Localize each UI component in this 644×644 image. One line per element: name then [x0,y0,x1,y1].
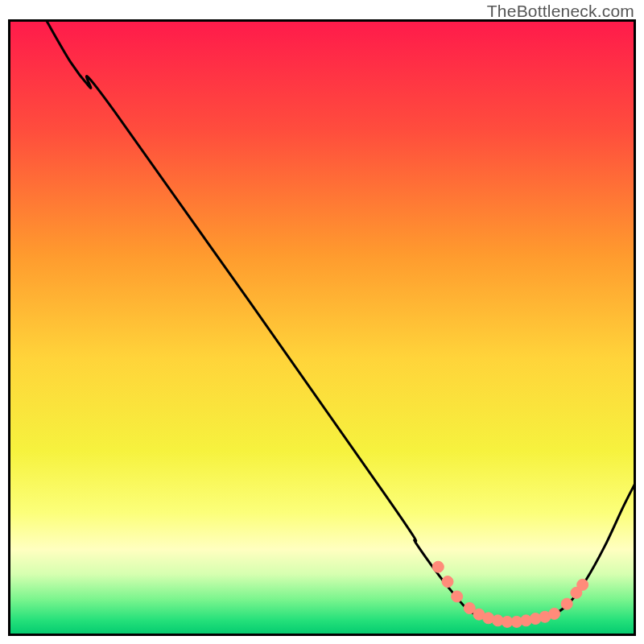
chart-svg [8,19,636,636]
gradient-background [8,19,636,636]
highlight-dot [452,591,463,602]
highlight-dot [577,579,588,590]
watermark-text: TheBottleneck.com [487,2,634,21]
highlight-dot [561,598,572,609]
highlight-dot [432,561,444,572]
chart-area [8,19,636,636]
highlight-dot [549,608,560,619]
highlight-dot [442,576,453,588]
